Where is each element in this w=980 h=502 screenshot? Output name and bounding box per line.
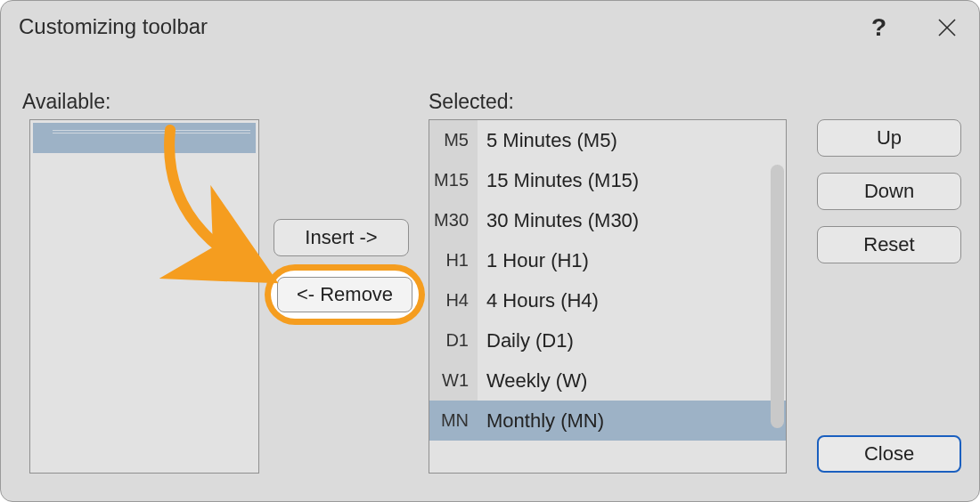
list-item-label: 1 Hour (H1) xyxy=(478,249,786,272)
up-button[interactable]: Up xyxy=(817,119,961,157)
list-item-code: H1 xyxy=(429,240,478,280)
reset-button[interactable]: Reset xyxy=(817,226,961,263)
close-icon[interactable] xyxy=(936,17,958,38)
scrollbar[interactable] xyxy=(771,165,784,428)
list-item[interactable]: D1Daily (D1) xyxy=(429,320,786,360)
list-item-code: H4 xyxy=(429,280,478,320)
close-button[interactable]: Close xyxy=(817,435,961,473)
selected-label: Selected: xyxy=(429,90,514,114)
down-button[interactable]: Down xyxy=(817,173,961,210)
list-item[interactable]: MNMonthly (MN) xyxy=(429,401,786,441)
available-empty-selected-row[interactable] xyxy=(33,123,256,153)
help-icon[interactable]: ? xyxy=(871,13,886,42)
remove-button-highlight-inner: <- Remove xyxy=(271,271,419,319)
dialog-window: Customizing toolbar ? Available: Selecte… xyxy=(0,0,980,502)
list-item[interactable]: H11 Hour (H1) xyxy=(429,240,786,280)
available-label: Available: xyxy=(22,90,110,114)
list-item-label: Daily (D1) xyxy=(478,329,786,352)
list-item-label: 4 Hours (H4) xyxy=(478,289,786,312)
list-item-code: M15 xyxy=(429,160,478,200)
remove-button-highlight: <- Remove xyxy=(265,264,425,325)
list-item-code: W1 xyxy=(429,360,478,401)
remove-button[interactable]: <- Remove xyxy=(277,277,412,312)
list-item[interactable]: M3030 Minutes (M30) xyxy=(429,200,786,240)
list-item-code: D1 xyxy=(429,320,478,360)
available-listbox[interactable] xyxy=(29,119,259,474)
list-item-label: Weekly (W) xyxy=(478,369,786,393)
separator-icon xyxy=(53,130,250,134)
insert-button[interactable]: Insert -> xyxy=(274,219,409,256)
list-item-label: Monthly (MN) xyxy=(478,409,786,433)
list-item[interactable]: M55 Minutes (M5) xyxy=(429,120,786,160)
selected-listbox[interactable]: M55 Minutes (M5)M1515 Minutes (M15)M3030… xyxy=(429,119,787,474)
list-item[interactable]: M1515 Minutes (M15) xyxy=(429,160,786,200)
list-item[interactable]: H44 Hours (H4) xyxy=(429,280,786,320)
list-item-code: MN xyxy=(429,401,478,441)
list-item-code: M30 xyxy=(429,200,478,240)
window-title: Customizing toolbar xyxy=(19,14,208,39)
list-item-label: 30 Minutes (M30) xyxy=(478,209,786,232)
list-item[interactable]: W1Weekly (W) xyxy=(429,360,786,401)
titlebar: Customizing toolbar ? xyxy=(1,1,979,53)
list-item-label: 15 Minutes (M15) xyxy=(478,169,786,192)
list-item-label: 5 Minutes (M5) xyxy=(478,129,786,152)
list-item-code: M5 xyxy=(429,120,478,160)
